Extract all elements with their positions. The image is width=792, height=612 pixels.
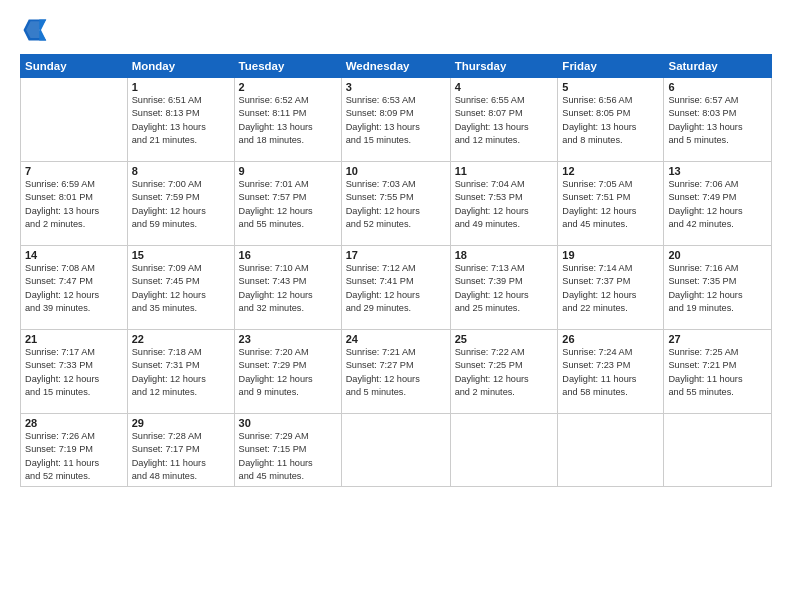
day-info: Sunrise: 6:53 AM Sunset: 8:09 PM Dayligh… — [346, 94, 446, 147]
day-number: 7 — [25, 165, 123, 177]
header — [20, 16, 772, 44]
table-row: 15Sunrise: 7:09 AM Sunset: 7:45 PM Dayli… — [127, 246, 234, 330]
day-number: 28 — [25, 417, 123, 429]
day-info: Sunrise: 7:12 AM Sunset: 7:41 PM Dayligh… — [346, 262, 446, 315]
day-info: Sunrise: 7:13 AM Sunset: 7:39 PM Dayligh… — [455, 262, 554, 315]
table-row: 14Sunrise: 7:08 AM Sunset: 7:47 PM Dayli… — [21, 246, 128, 330]
calendar-week-row: 7Sunrise: 6:59 AM Sunset: 8:01 PM Daylig… — [21, 162, 772, 246]
day-number: 8 — [132, 165, 230, 177]
day-info: Sunrise: 7:00 AM Sunset: 7:59 PM Dayligh… — [132, 178, 230, 231]
day-number: 25 — [455, 333, 554, 345]
table-row: 12Sunrise: 7:05 AM Sunset: 7:51 PM Dayli… — [558, 162, 664, 246]
table-row: 11Sunrise: 7:04 AM Sunset: 7:53 PM Dayli… — [450, 162, 558, 246]
day-number: 24 — [346, 333, 446, 345]
table-row: 3Sunrise: 6:53 AM Sunset: 8:09 PM Daylig… — [341, 78, 450, 162]
day-info: Sunrise: 7:28 AM Sunset: 7:17 PM Dayligh… — [132, 430, 230, 483]
col-tuesday: Tuesday — [234, 55, 341, 78]
table-row: 23Sunrise: 7:20 AM Sunset: 7:29 PM Dayli… — [234, 330, 341, 414]
day-number: 14 — [25, 249, 123, 261]
day-number: 6 — [668, 81, 767, 93]
col-wednesday: Wednesday — [341, 55, 450, 78]
table-row: 16Sunrise: 7:10 AM Sunset: 7:43 PM Dayli… — [234, 246, 341, 330]
day-info: Sunrise: 7:03 AM Sunset: 7:55 PM Dayligh… — [346, 178, 446, 231]
table-row — [341, 414, 450, 487]
table-row — [21, 78, 128, 162]
day-number: 3 — [346, 81, 446, 93]
day-number: 22 — [132, 333, 230, 345]
day-number: 19 — [562, 249, 659, 261]
day-number: 11 — [455, 165, 554, 177]
day-info: Sunrise: 7:20 AM Sunset: 7:29 PM Dayligh… — [239, 346, 337, 399]
table-row: 9Sunrise: 7:01 AM Sunset: 7:57 PM Daylig… — [234, 162, 341, 246]
day-info: Sunrise: 6:56 AM Sunset: 8:05 PM Dayligh… — [562, 94, 659, 147]
day-number: 10 — [346, 165, 446, 177]
day-info: Sunrise: 7:18 AM Sunset: 7:31 PM Dayligh… — [132, 346, 230, 399]
calendar-week-row: 21Sunrise: 7:17 AM Sunset: 7:33 PM Dayli… — [21, 330, 772, 414]
day-number: 4 — [455, 81, 554, 93]
logo-icon — [20, 16, 48, 44]
table-row — [558, 414, 664, 487]
calendar-table: Sunday Monday Tuesday Wednesday Thursday… — [20, 54, 772, 487]
table-row: 19Sunrise: 7:14 AM Sunset: 7:37 PM Dayli… — [558, 246, 664, 330]
calendar-week-row: 1Sunrise: 6:51 AM Sunset: 8:13 PM Daylig… — [21, 78, 772, 162]
table-row: 24Sunrise: 7:21 AM Sunset: 7:27 PM Dayli… — [341, 330, 450, 414]
table-row: 26Sunrise: 7:24 AM Sunset: 7:23 PM Dayli… — [558, 330, 664, 414]
day-number: 30 — [239, 417, 337, 429]
calendar-week-row: 14Sunrise: 7:08 AM Sunset: 7:47 PM Dayli… — [21, 246, 772, 330]
table-row: 13Sunrise: 7:06 AM Sunset: 7:49 PM Dayli… — [664, 162, 772, 246]
day-info: Sunrise: 6:59 AM Sunset: 8:01 PM Dayligh… — [25, 178, 123, 231]
table-row: 10Sunrise: 7:03 AM Sunset: 7:55 PM Dayli… — [341, 162, 450, 246]
day-number: 1 — [132, 81, 230, 93]
day-info: Sunrise: 7:22 AM Sunset: 7:25 PM Dayligh… — [455, 346, 554, 399]
day-number: 13 — [668, 165, 767, 177]
day-info: Sunrise: 7:08 AM Sunset: 7:47 PM Dayligh… — [25, 262, 123, 315]
table-row: 30Sunrise: 7:29 AM Sunset: 7:15 PM Dayli… — [234, 414, 341, 487]
day-info: Sunrise: 6:57 AM Sunset: 8:03 PM Dayligh… — [668, 94, 767, 147]
table-row: 6Sunrise: 6:57 AM Sunset: 8:03 PM Daylig… — [664, 78, 772, 162]
day-number: 17 — [346, 249, 446, 261]
table-row: 25Sunrise: 7:22 AM Sunset: 7:25 PM Dayli… — [450, 330, 558, 414]
logo — [20, 16, 52, 44]
day-number: 2 — [239, 81, 337, 93]
calendar-header-row: Sunday Monday Tuesday Wednesday Thursday… — [21, 55, 772, 78]
day-info: Sunrise: 7:01 AM Sunset: 7:57 PM Dayligh… — [239, 178, 337, 231]
day-info: Sunrise: 7:21 AM Sunset: 7:27 PM Dayligh… — [346, 346, 446, 399]
day-number: 12 — [562, 165, 659, 177]
col-monday: Monday — [127, 55, 234, 78]
day-info: Sunrise: 7:25 AM Sunset: 7:21 PM Dayligh… — [668, 346, 767, 399]
day-info: Sunrise: 6:55 AM Sunset: 8:07 PM Dayligh… — [455, 94, 554, 147]
day-number: 18 — [455, 249, 554, 261]
day-info: Sunrise: 7:05 AM Sunset: 7:51 PM Dayligh… — [562, 178, 659, 231]
day-info: Sunrise: 7:14 AM Sunset: 7:37 PM Dayligh… — [562, 262, 659, 315]
day-info: Sunrise: 7:24 AM Sunset: 7:23 PM Dayligh… — [562, 346, 659, 399]
day-info: Sunrise: 7:04 AM Sunset: 7:53 PM Dayligh… — [455, 178, 554, 231]
col-thursday: Thursday — [450, 55, 558, 78]
day-info: Sunrise: 7:10 AM Sunset: 7:43 PM Dayligh… — [239, 262, 337, 315]
table-row: 8Sunrise: 7:00 AM Sunset: 7:59 PM Daylig… — [127, 162, 234, 246]
table-row: 1Sunrise: 6:51 AM Sunset: 8:13 PM Daylig… — [127, 78, 234, 162]
col-saturday: Saturday — [664, 55, 772, 78]
table-row — [450, 414, 558, 487]
day-number: 15 — [132, 249, 230, 261]
day-number: 21 — [25, 333, 123, 345]
table-row — [664, 414, 772, 487]
table-row: 28Sunrise: 7:26 AM Sunset: 7:19 PM Dayli… — [21, 414, 128, 487]
day-info: Sunrise: 7:29 AM Sunset: 7:15 PM Dayligh… — [239, 430, 337, 483]
table-row: 29Sunrise: 7:28 AM Sunset: 7:17 PM Dayli… — [127, 414, 234, 487]
day-info: Sunrise: 7:06 AM Sunset: 7:49 PM Dayligh… — [668, 178, 767, 231]
col-sunday: Sunday — [21, 55, 128, 78]
day-number: 26 — [562, 333, 659, 345]
day-number: 5 — [562, 81, 659, 93]
day-number: 23 — [239, 333, 337, 345]
day-number: 29 — [132, 417, 230, 429]
calendar-week-row: 28Sunrise: 7:26 AM Sunset: 7:19 PM Dayli… — [21, 414, 772, 487]
day-info: Sunrise: 7:26 AM Sunset: 7:19 PM Dayligh… — [25, 430, 123, 483]
day-info: Sunrise: 6:52 AM Sunset: 8:11 PM Dayligh… — [239, 94, 337, 147]
table-row: 2Sunrise: 6:52 AM Sunset: 8:11 PM Daylig… — [234, 78, 341, 162]
day-info: Sunrise: 7:09 AM Sunset: 7:45 PM Dayligh… — [132, 262, 230, 315]
col-friday: Friday — [558, 55, 664, 78]
day-number: 20 — [668, 249, 767, 261]
day-info: Sunrise: 7:17 AM Sunset: 7:33 PM Dayligh… — [25, 346, 123, 399]
table-row: 22Sunrise: 7:18 AM Sunset: 7:31 PM Dayli… — [127, 330, 234, 414]
table-row: 5Sunrise: 6:56 AM Sunset: 8:05 PM Daylig… — [558, 78, 664, 162]
